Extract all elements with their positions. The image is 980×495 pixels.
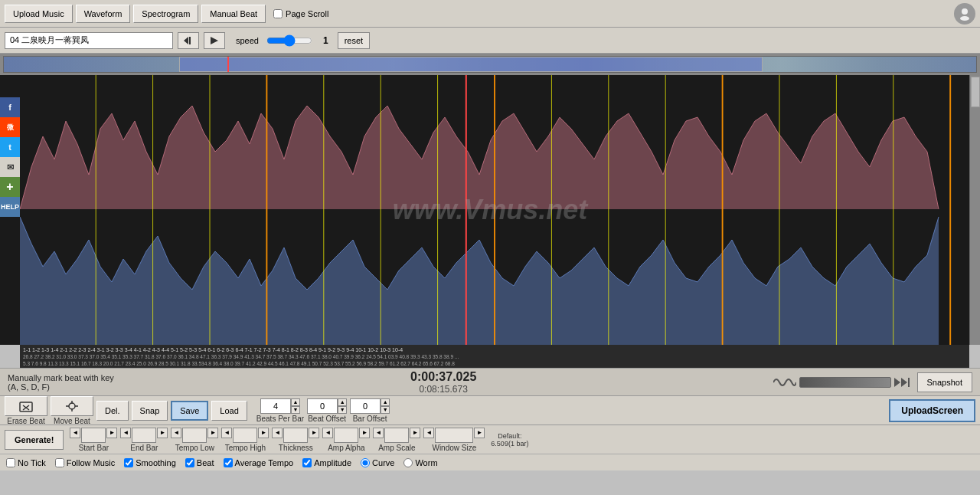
- svg-point-36: [69, 403, 75, 409]
- tempo-high-left[interactable]: ◄: [221, 428, 232, 438]
- beat-checkbox-label[interactable]: Beat: [185, 458, 214, 467]
- twitter-button[interactable]: t: [0, 137, 20, 157]
- vertical-scrollbar[interactable]: [969, 75, 980, 345]
- beat-offset-up[interactable]: ▲: [338, 398, 347, 406]
- beat-offset-down[interactable]: ▼: [338, 406, 347, 414]
- follow-music-checkbox-label[interactable]: Follow Music: [55, 458, 116, 467]
- beat-checkbox[interactable]: [185, 458, 194, 467]
- beats-per-bar-down[interactable]: ▼: [291, 406, 300, 414]
- beats-per-bar-spinner[interactable]: 4 ▲ ▼: [260, 398, 300, 414]
- add-button[interactable]: +: [0, 177, 20, 197]
- window-size-label: Window Size: [432, 444, 476, 452]
- speed-slider[interactable]: [266, 35, 312, 46]
- start-bar-group: ◄ ► Start Bar: [70, 428, 117, 452]
- reset-button[interactable]: reset: [338, 32, 370, 49]
- instruction-text2: (A, S, D, F): [8, 382, 114, 392]
- no-tick-checkbox-label[interactable]: No Tick: [6, 458, 46, 467]
- volume-slider[interactable]: [799, 377, 891, 388]
- generate-button[interactable]: Generate!: [5, 430, 64, 450]
- window-size-left[interactable]: ◄: [423, 428, 434, 438]
- beat-offset-group: 0 ▲ ▼ Beat Offset: [307, 398, 347, 423]
- tempo-high-display: [233, 428, 257, 443]
- no-tick-checkbox[interactable]: [6, 458, 15, 467]
- bar-offset-down[interactable]: ▼: [381, 406, 390, 414]
- overview-selection[interactable]: [179, 57, 763, 72]
- page-scroll-checkbox[interactable]: [273, 9, 283, 18]
- beat-offset-input[interactable]: 0: [307, 398, 338, 414]
- thickness-group: ◄ ► Thickness: [272, 428, 319, 452]
- facebook-button[interactable]: f: [0, 97, 20, 117]
- move-beat-button[interactable]: [51, 396, 93, 416]
- thickness-left[interactable]: ◄: [272, 428, 283, 438]
- play-button[interactable]: [204, 32, 225, 49]
- beats-per-bar-input[interactable]: 4: [260, 398, 291, 414]
- start-bar-right[interactable]: ►: [106, 428, 117, 438]
- controls-bar: Erase Beat Move Beat Del. Snap Save Load…: [0, 395, 980, 425]
- weibo-button[interactable]: 微: [0, 117, 20, 137]
- tempo-low-group: ◄ ► Tempo Low: [171, 428, 218, 452]
- overview-track[interactable]: [3, 56, 977, 73]
- start-bar-label: Start Bar: [79, 444, 109, 452]
- help-button[interactable]: HELP: [0, 197, 20, 217]
- snapshot-button[interactable]: Snapshot: [917, 372, 972, 392]
- scrollbar-thumb[interactable]: [971, 77, 980, 107]
- rewind-button[interactable]: [178, 32, 199, 49]
- average-tempo-checkbox[interactable]: [224, 458, 233, 467]
- time-group: 0:00:37.025 0:08:15.673: [114, 370, 773, 395]
- smoothing-checkbox[interactable]: [124, 458, 133, 467]
- worm-radio-label[interactable]: Worm: [403, 458, 437, 467]
- svg-marker-31: [901, 378, 907, 387]
- amplitude-checkbox-label[interactable]: Amplitude: [302, 458, 351, 467]
- save-button[interactable]: Save: [171, 401, 208, 421]
- window-size-right[interactable]: ►: [474, 428, 485, 438]
- beat-label-row1: 1-1 1-2 1-3 1-4 2-1 2-2 2-3 2-4 3-1 3-2 …: [20, 346, 969, 353]
- bar-offset-input[interactable]: 0: [350, 398, 381, 414]
- thickness-display: [283, 428, 308, 443]
- snap-button[interactable]: Snap: [132, 401, 168, 421]
- main-waveform-area[interactable]: www.Vmus.net: [0, 75, 980, 345]
- beat-offset-spinner[interactable]: 0 ▲ ▼: [307, 398, 347, 414]
- default-label: Default:: [498, 432, 521, 440]
- beats-per-bar-up[interactable]: ▲: [291, 398, 300, 406]
- load-button[interactable]: Load: [211, 401, 247, 421]
- tempo-low-right[interactable]: ►: [207, 428, 218, 438]
- erase-beat-button[interactable]: [5, 396, 47, 416]
- tempo-high-group: ◄ ► Tempo High: [221, 428, 269, 452]
- smoothing-checkbox-label[interactable]: Smoothing: [124, 458, 176, 467]
- amp-alpha-left[interactable]: ◄: [322, 428, 333, 438]
- second-row: 04 二泉映月一蒋巽凤 speed 1 reset: [0, 28, 980, 54]
- mail-button[interactable]: ✉: [0, 157, 20, 177]
- page-scroll-label[interactable]: Page Scroll: [273, 9, 328, 18]
- follow-music-checkbox[interactable]: [55, 458, 64, 467]
- tempo-high-right[interactable]: ►: [258, 428, 269, 438]
- status-bar: Manually mark beat with key (A, S, D, F)…: [0, 368, 980, 395]
- end-bar-left[interactable]: ◄: [120, 428, 131, 438]
- amp-alpha-right[interactable]: ►: [359, 428, 370, 438]
- beats-per-bar-group: 4 ▲ ▼ Beats Per Bar: [256, 398, 304, 423]
- thickness-right[interactable]: ►: [309, 428, 319, 438]
- upload-music-button[interactable]: Upload Music: [5, 5, 73, 23]
- bar-offset-up[interactable]: ▲: [381, 398, 390, 406]
- del-button[interactable]: Del.: [96, 401, 129, 421]
- start-bar-left[interactable]: ◄: [70, 428, 80, 438]
- erase-beat-group: Erase Beat: [5, 396, 47, 425]
- average-tempo-checkbox-label[interactable]: Average Tempo: [224, 458, 294, 467]
- bar-offset-spinner[interactable]: 0 ▲ ▼: [350, 398, 390, 414]
- end-bar-display: [132, 428, 156, 443]
- worm-radio[interactable]: [403, 458, 413, 467]
- manual-beat-button[interactable]: Manual Beat: [201, 5, 266, 23]
- curve-radio-label[interactable]: Curve: [361, 458, 394, 467]
- profile-icon[interactable]: [954, 3, 975, 25]
- amp-scale-right[interactable]: ►: [410, 428, 420, 438]
- track-name-input[interactable]: 04 二泉映月一蒋巽凤: [5, 32, 173, 49]
- tempo-low-left[interactable]: ◄: [171, 428, 181, 438]
- waveform-button[interactable]: Waveform: [76, 5, 131, 23]
- amplitude-checkbox[interactable]: [302, 458, 312, 467]
- thickness-label: Thickness: [279, 444, 313, 452]
- amp-scale-left[interactable]: ◄: [373, 428, 384, 438]
- end-bar-right[interactable]: ►: [157, 428, 168, 438]
- spectrogram-button[interactable]: Spectrogram: [133, 5, 198, 23]
- upload-screen-button[interactable]: UploadScreen: [889, 399, 975, 422]
- curve-radio[interactable]: [361, 458, 370, 467]
- end-bar-group: ◄ ► End Bar: [120, 428, 168, 452]
